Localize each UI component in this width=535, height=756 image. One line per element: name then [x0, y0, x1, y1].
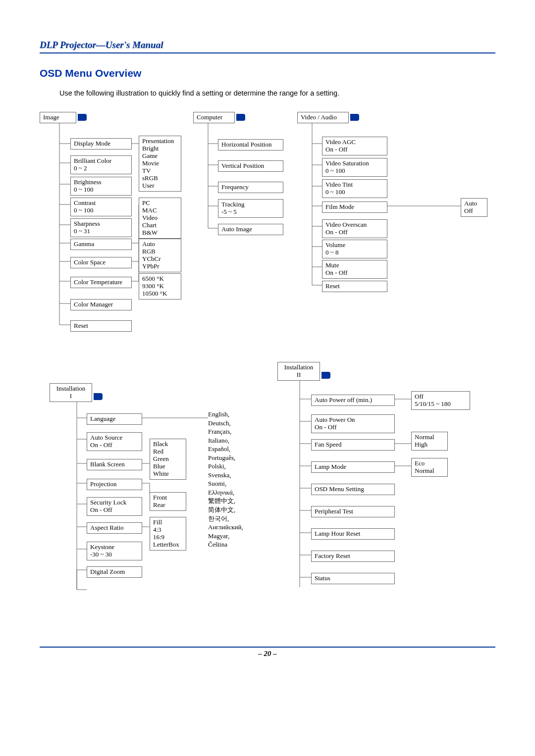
item-peripheral-test: Peripheral Test [311, 506, 395, 517]
footer-rule [40, 647, 495, 648]
values-projection: Front Rear [150, 492, 186, 511]
tab-installation-1: Installation I [50, 383, 92, 402]
section-title: OSD Menu Overview [40, 67, 495, 79]
item-sharpness: Sharpness 0 ~ 31 [70, 218, 132, 237]
item-lamp-mode: Lamp Mode [311, 461, 395, 473]
tab-installation-2-label: Installation II [284, 363, 314, 378]
intro-text: Use the following illustration to quickl… [59, 89, 495, 97]
item-video-reset: Reset [322, 281, 387, 292]
item-osd-menu-setting: OSD Menu Setting [311, 484, 395, 495]
item-fan-speed: Fan Speed [311, 439, 395, 451]
item-status: Status [311, 573, 395, 584]
item-tracking: Tracking -5 ~ 5 [218, 199, 283, 218]
item-frequency: Frequency [218, 182, 283, 193]
item-brilliant-color: Brilliant Color 0 ~ 2 [70, 155, 132, 174]
item-horizontal-position: Horizontal Position [218, 139, 283, 151]
tab-shade-icon [78, 114, 87, 121]
tab-installation-2: Installation II [277, 362, 320, 381]
tab-image: Image [40, 112, 76, 123]
item-projection: Projection [87, 479, 142, 490]
item-brightness: Brightness 0 ~ 100 [70, 177, 132, 196]
tab-video-audio: Video / Audio [297, 112, 349, 123]
values-gamma: PC MAC Video Chart B&W [139, 198, 181, 239]
values-lamp-mode: Eco Normal [411, 458, 448, 477]
item-video-agc: Video AGC On - Off [322, 137, 387, 155]
osd-menu-diagram: Image Display Mode Brilliant Color 0 ~ 2… [40, 112, 495, 627]
values-film-mode: Auto Off [461, 198, 487, 217]
item-security-lock: Security Lock On - Off [87, 497, 142, 516]
values-display-mode: Presentation Bright Game Movie TV sRGB U… [139, 136, 181, 192]
values-fan-speed: Normal High [411, 432, 448, 451]
item-factory-reset: Factory Reset [311, 551, 395, 562]
header-rule [40, 52, 495, 53]
item-color-temperature: Color Temperature [70, 277, 132, 288]
item-film-mode: Film Mode [322, 202, 387, 213]
item-keystone: Keystone -30 ~ 30 [87, 542, 142, 560]
item-auto-source: Auto Source On - Off [87, 432, 142, 451]
item-lamp-hour-reset: Lamp Hour Reset [311, 528, 395, 540]
item-blank-screen: Blank Screen [87, 459, 142, 470]
tab-shade-icon [236, 114, 245, 121]
values-aspect-ratio: Fill 4:3 16:9 LetterBox [150, 517, 186, 551]
item-contrast: Contrast 0 ~ 100 [70, 198, 132, 216]
item-auto-image: Auto Image [218, 224, 283, 235]
values-color-space: Auto RGB YCbCr YPbPr [139, 239, 181, 272]
tab-video-audio-label: Video / Audio [301, 113, 337, 121]
item-color-manager: Color Manager [70, 299, 132, 310]
tab-computer-label: Computer [197, 113, 222, 121]
header-title: DLP Projector—User's Manual [40, 40, 495, 50]
item-aspect-ratio: Aspect Ratio [87, 522, 142, 534]
tab-shade-icon [350, 114, 359, 121]
item-digital-zoom: Digital Zoom [87, 566, 142, 578]
item-video-saturation: Video Saturation 0 ~ 100 [322, 158, 387, 177]
item-auto-power-off: Auto Power off (min.) [311, 395, 395, 406]
tab-computer: Computer [193, 112, 235, 123]
item-volume: Volume 0 ~ 8 [322, 240, 387, 258]
tab-shade-icon [94, 393, 103, 400]
tab-installation-1-label: Installation I [56, 385, 86, 400]
page-number: – 20 – [40, 650, 495, 658]
item-image-reset: Reset [70, 320, 132, 332]
item-color-space: Color Space [70, 257, 132, 268]
values-auto-power-off: Off 5/10/15 ~ 180 [411, 391, 470, 410]
item-video-overscan: Video Overscan On - Off [322, 219, 387, 238]
item-video-tint: Video Tint 0 ~ 100 [322, 179, 387, 198]
item-gamma: Gamma [70, 239, 132, 250]
item-mute: Mute On - Off [322, 260, 387, 279]
item-vertical-position: Vertical Position [218, 160, 283, 172]
values-blank-screen: Black Red Green Blue White [150, 439, 186, 480]
values-color-temperature: 6500 °K 9300 °K 10500 °K [139, 273, 181, 300]
tab-shade-icon [321, 372, 330, 379]
item-language: Language [87, 413, 142, 425]
values-language: English, Deutsch, Français, Italiano, Es… [208, 410, 243, 549]
item-display-mode: Display Mode [70, 138, 132, 150]
tab-image-label: Image [43, 113, 59, 121]
item-auto-power-on: Auto Power On On - Off [311, 414, 395, 433]
